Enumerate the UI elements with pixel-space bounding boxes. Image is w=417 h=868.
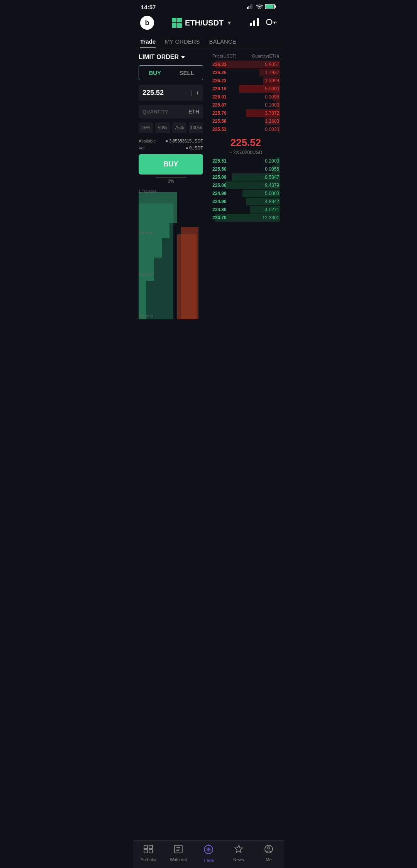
nav-trade-label: Trade bbox=[203, 858, 214, 863]
svg-point-11 bbox=[266, 19, 272, 25]
svg-marker-27 bbox=[235, 845, 242, 853]
key-icon[interactable] bbox=[266, 18, 277, 27]
progress-bar bbox=[156, 177, 186, 178]
me-icon bbox=[264, 844, 273, 856]
quantity-input[interactable]: QUANTITY ETH bbox=[139, 105, 203, 119]
order-type-header[interactable]: LIMIT ORDER bbox=[139, 54, 203, 61]
nav-news[interactable]: News bbox=[224, 843, 254, 864]
svg-rect-1 bbox=[248, 6, 249, 9]
price-value: 225.52 bbox=[142, 89, 164, 97]
tab-balance[interactable]: BALANCE bbox=[209, 34, 236, 48]
svg-rect-6 bbox=[275, 5, 276, 8]
sell-row-4: 226.01 0.3096 bbox=[212, 93, 280, 101]
buy-row-3: 225.00 9.4379 bbox=[212, 181, 280, 189]
ob-header: Price(USDT) Quantity(ETH) bbox=[212, 54, 280, 58]
svg-rect-3 bbox=[251, 4, 253, 9]
pct-50-button[interactable]: 50% bbox=[155, 122, 170, 133]
svg-rect-10 bbox=[257, 18, 259, 26]
buy-tab-button[interactable]: BUY bbox=[139, 66, 171, 80]
sell-orders: 226.32 9.8057 226.26 1.7937 226.22 1.399… bbox=[212, 61, 280, 133]
buy-orders: 225.51 0.2000 225.50 0.9055 225.09 8.584… bbox=[212, 157, 280, 222]
buy-row-2: 225.09 8.5847 bbox=[212, 173, 280, 181]
depth-chart: 1,046.6294 784.9720 523.3147 261.6573 bbox=[139, 188, 203, 319]
trade-icon bbox=[203, 844, 214, 857]
portfolio-icon bbox=[144, 844, 153, 856]
order-book: Price(USDT) Quantity(ETH) 226.32 9.8057 … bbox=[208, 48, 284, 319]
nav-watchlist[interactable]: Watchlist bbox=[163, 843, 193, 864]
signal-icon bbox=[247, 4, 254, 10]
pct-100-button[interactable]: 100% bbox=[189, 122, 203, 133]
time: 14:57 bbox=[141, 4, 156, 10]
tab-myorders[interactable]: MY ORDERS bbox=[165, 34, 200, 48]
quantity-label: QUANTITY bbox=[142, 109, 168, 115]
minus-icon[interactable]: − bbox=[184, 90, 188, 97]
sell-row-1: 226.26 1.7937 bbox=[212, 69, 280, 76]
pair-grid-icon bbox=[172, 18, 182, 28]
sell-tab-button[interactable]: SELL bbox=[171, 66, 203, 80]
buy-row-1: 225.50 0.9055 bbox=[212, 165, 280, 173]
svg-point-26 bbox=[208, 844, 209, 846]
vol-label: Vol bbox=[139, 146, 144, 150]
svg-rect-17 bbox=[144, 845, 147, 849]
buy-row-4: 224.99 5.0000 bbox=[212, 190, 280, 197]
chart-y-label-3: 523.3147 bbox=[139, 273, 156, 276]
sell-row-7: 225.58 1.2600 bbox=[212, 117, 280, 125]
chart-icon[interactable] bbox=[250, 18, 259, 27]
news-icon bbox=[234, 844, 243, 856]
buy-row-7: 224.70 12.2301 bbox=[212, 214, 280, 222]
nav-portfolio[interactable]: Portfolio bbox=[133, 843, 163, 864]
chart-y-label-2: 784.9720 bbox=[139, 231, 156, 235]
available-value: = 3.85383615USDT bbox=[165, 139, 203, 143]
order-type-label: LIMIT ORDER bbox=[139, 54, 179, 61]
main-content: LIMIT ORDER BUY SELL 225.52 − | + QUANTI… bbox=[133, 48, 284, 319]
current-price-usd: ≈ 225.0200USD bbox=[229, 150, 262, 155]
svg-rect-15 bbox=[144, 849, 147, 853]
progress-label: 0% bbox=[168, 179, 174, 183]
price-input[interactable]: 225.52 − | + bbox=[139, 85, 203, 101]
buy-row-5: 224.90 4.8842 bbox=[212, 198, 280, 205]
pair-label: ETH/USDT bbox=[185, 19, 224, 27]
tabs: Trade MY ORDERS BALANCE bbox=[133, 34, 284, 48]
nav-watchlist-label: Watchlist bbox=[170, 857, 187, 862]
left-panel: LIMIT ORDER BUY SELL 225.52 − | + QUANTI… bbox=[133, 48, 208, 319]
tab-trade[interactable]: Trade bbox=[140, 34, 156, 48]
pair-selector[interactable]: ETH/USDT ▼ bbox=[172, 18, 232, 28]
chart-y-label-4: 261.6573 bbox=[139, 314, 156, 318]
svg-rect-18 bbox=[149, 845, 153, 849]
nav-news-label: News bbox=[233, 857, 244, 862]
svg-rect-9 bbox=[253, 20, 255, 26]
quantity-unit: ETH bbox=[188, 108, 199, 115]
plus-icon[interactable]: + bbox=[196, 90, 199, 97]
sell-row-2: 226.22 1.3999 bbox=[212, 77, 280, 85]
logo[interactable]: b bbox=[140, 16, 154, 30]
battery-icon bbox=[265, 4, 276, 10]
buy-sell-toggle: BUY SELL bbox=[139, 65, 203, 80]
pct-75-button[interactable]: 75% bbox=[172, 122, 186, 133]
available-row: Available = 3.85383615USDT bbox=[139, 139, 203, 143]
buy-row-0: 225.51 0.2000 bbox=[212, 157, 280, 165]
svg-point-29 bbox=[268, 847, 270, 849]
pct-25-button[interactable]: 25% bbox=[139, 122, 153, 133]
sell-row-0: 226.32 9.8057 bbox=[212, 61, 280, 68]
sell-row-6: 225.79 3.7872 bbox=[212, 109, 280, 117]
buy-action-button[interactable]: BUY bbox=[139, 154, 203, 175]
status-icons bbox=[247, 4, 276, 10]
header-icons bbox=[250, 18, 277, 27]
available-label: Available bbox=[139, 139, 156, 143]
header: b ETH/USDT ▼ bbox=[133, 13, 284, 34]
nav-me[interactable]: Me bbox=[254, 843, 284, 864]
svg-rect-2 bbox=[250, 5, 251, 9]
price-stepper: − | + bbox=[184, 90, 199, 97]
bottom-nav: Portfolio Watchlist Trade bbox=[133, 840, 284, 868]
nav-trade[interactable]: Trade bbox=[193, 843, 224, 864]
vol-value: = 0USDT bbox=[185, 146, 203, 150]
sell-row-5: 225.87 0.1000 bbox=[212, 101, 280, 109]
status-bar: 14:57 bbox=[133, 0, 284, 13]
vol-row: Vol = 0USDT bbox=[139, 146, 203, 150]
sell-row-8: 225.53 0.0030 bbox=[212, 125, 280, 133]
chart-y-label-1: 1,046.6294 bbox=[139, 190, 156, 193]
sell-row-3: 226.16 5.0000 bbox=[212, 85, 280, 93]
nav-me-label: Me bbox=[266, 857, 271, 862]
wifi-icon bbox=[256, 4, 263, 10]
svg-rect-7 bbox=[266, 5, 274, 8]
